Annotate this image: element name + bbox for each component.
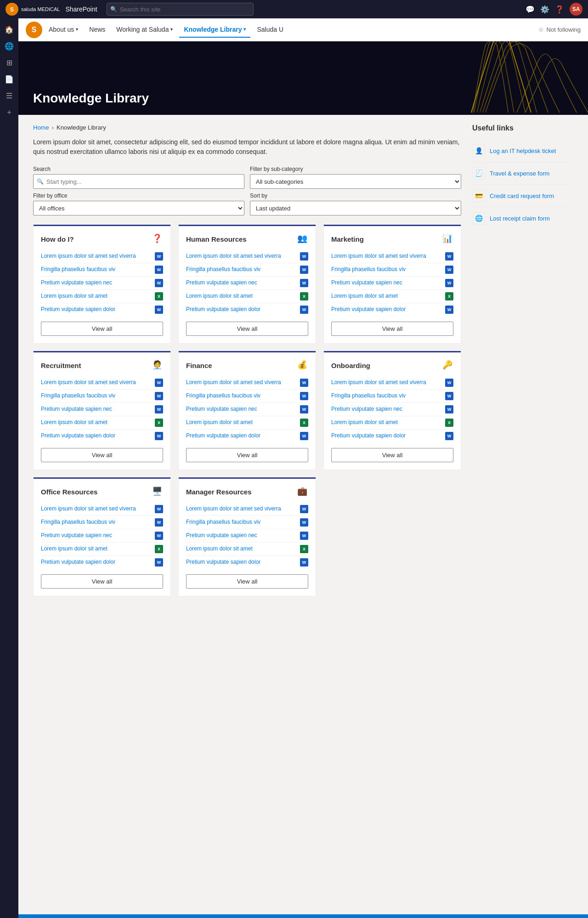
view-all-button[interactable]: View all [186, 574, 308, 589]
svg-text:S: S [10, 6, 14, 13]
doc-link[interactable]: Fringilla phasellus faucibus viv [41, 519, 155, 526]
category-title: Human Resources [186, 235, 247, 243]
view-all-button[interactable]: View all [331, 322, 453, 336]
nav-item-aboutus[interactable]: About us ▾ [44, 22, 83, 38]
doc-link[interactable]: Pretium vulputate sapien dolor [331, 306, 445, 313]
category-type-icon: 👥 [297, 233, 308, 244]
sidebar-home-icon[interactable]: 🏠 [2, 22, 17, 37]
word-doc-icon: W [300, 432, 308, 440]
doc-link[interactable]: Pretium vulputate sapien nec [331, 279, 445, 287]
doc-link[interactable]: Fringilla phasellus faucibus viv [186, 519, 300, 526]
sidebar-page-icon[interactable]: 📄 [2, 72, 17, 86]
hero-banner: Knowledge Library [18, 41, 588, 115]
doc-link[interactable]: Pretium vulputate sapien dolor [186, 432, 300, 440]
excel-doc-icon: X [155, 292, 163, 300]
doc-link[interactable]: Lorem ipsum dolor sit amet sed viverra [41, 505, 155, 513]
doc-item: Fringilla phasellus faucibus viv W [186, 516, 308, 529]
breadcrumb: Home › Knowledge Library [33, 124, 461, 131]
doc-link[interactable]: Lorem ipsum dolor sit amet sed viverra [186, 379, 300, 386]
doc-link[interactable]: Lorem ipsum dolor sit amet [41, 419, 155, 426]
doc-link[interactable]: Lorem ipsum dolor sit amet [186, 293, 300, 300]
doc-link[interactable]: Pretium vulputate sapien nec [186, 532, 300, 539]
useful-link-label: Lost receipt claim form [490, 215, 550, 222]
nav-item-saludau[interactable]: Saluda U [252, 22, 288, 38]
doc-item: Lorem ipsum dolor sit amet sed viverra W [41, 376, 163, 390]
logo-text: saluda MEDICAL [21, 6, 60, 12]
doc-item: Pretium vulputate sapien nec W [41, 529, 163, 543]
doc-link[interactable]: Pretium vulputate sapien dolor [41, 559, 155, 566]
useful-link-item[interactable]: 💳 Credit card request form [472, 185, 573, 207]
doc-link[interactable]: Pretium vulputate sapien nec [41, 279, 155, 287]
avatar[interactable]: SA [570, 3, 582, 16]
category-card: Office Resources 🖥️ Lorem ipsum dolor si… [33, 477, 171, 596]
doc-link[interactable]: Pretium vulputate sapien nec [331, 406, 445, 413]
help-icon[interactable]: ❓ [555, 5, 564, 14]
view-all-button[interactable]: View all [41, 322, 163, 336]
word-doc-icon: W [445, 379, 453, 387]
doc-link[interactable]: Pretium vulputate sapien dolor [331, 432, 445, 440]
subcategory-select[interactable]: All sub-categories [250, 174, 461, 189]
breadcrumb-home-link[interactable]: Home [33, 124, 49, 131]
doc-link[interactable]: Pretium vulputate sapien nec [186, 279, 300, 287]
doc-link[interactable]: Pretium vulputate sapien nec [41, 532, 155, 539]
sidebar-apps-icon[interactable]: ⊞ [2, 55, 17, 70]
view-all-button[interactable]: View all [41, 448, 163, 462]
doc-link[interactable]: Fringilla phasellus faucibus viv [331, 266, 445, 273]
doc-link[interactable]: Pretium vulputate sapien dolor [41, 432, 155, 440]
doc-item: Lorem ipsum dolor sit amet sed viverra W [41, 250, 163, 263]
doc-link[interactable]: Lorem ipsum dolor sit amet [186, 419, 300, 426]
doc-item: Lorem ipsum dolor sit amet sed viverra W [186, 376, 308, 390]
doc-link[interactable]: Pretium vulputate sapien dolor [186, 559, 300, 566]
useful-link-label: Travel & expense form [490, 170, 549, 177]
view-all-button[interactable]: View all [331, 448, 453, 462]
search-input[interactable] [107, 3, 254, 16]
word-doc-icon: W [445, 306, 453, 314]
chat-icon[interactable]: 💬 [526, 5, 535, 14]
doc-link[interactable]: Fringilla phasellus faucibus viv [186, 266, 300, 273]
doc-link[interactable]: Pretium vulputate sapien nec [41, 406, 155, 413]
useful-link-item[interactable]: 🧾 Travel & expense form [472, 162, 573, 185]
doc-link[interactable]: Lorem ipsum dolor sit amet [186, 545, 300, 553]
doc-link[interactable]: Fringilla phasellus faucibus viv [331, 392, 445, 400]
excel-doc-icon: X [300, 292, 308, 300]
word-doc-icon: W [155, 405, 163, 414]
useful-link-item[interactable]: 🌐 Lost receipt claim form [472, 207, 573, 229]
search-field[interactable] [33, 174, 244, 189]
doc-link[interactable]: Lorem ipsum dolor sit amet sed viverra [41, 253, 155, 260]
word-doc-icon: W [445, 405, 453, 414]
doc-link[interactable]: Pretium vulputate sapien dolor [41, 306, 155, 313]
nav-item-news[interactable]: News [85, 22, 110, 38]
sidebar-list-icon[interactable]: ☰ [2, 88, 17, 103]
sortby-select[interactable]: Last updated [250, 201, 461, 215]
nav-item-knowledge[interactable]: Knowledge Library ▾ [179, 22, 250, 38]
doc-link[interactable]: Lorem ipsum dolor sit amet [331, 293, 445, 300]
page-sidebar: Useful links 👤 Log an IT helpdesk ticket… [472, 124, 573, 905]
doc-link[interactable]: Fringilla phasellus faucibus viv [41, 266, 155, 273]
doc-link[interactable]: Lorem ipsum dolor sit amet [41, 545, 155, 553]
doc-link[interactable]: Lorem ipsum dolor sit amet sed viverra [331, 253, 445, 260]
sidebar-globe-icon[interactable]: 🌐 [2, 39, 17, 53]
follow-button[interactable]: ☆ Not following [538, 26, 581, 33]
view-all-button[interactable]: View all [41, 574, 163, 589]
view-all-button[interactable]: View all [186, 322, 308, 336]
doc-link[interactable]: Fringilla phasellus faucibus viv [186, 392, 300, 400]
nav-item-working[interactable]: Working at Saluda ▾ [112, 22, 177, 38]
word-doc-icon: W [300, 505, 308, 513]
useful-link-item[interactable]: 👤 Log an IT helpdesk ticket [472, 140, 573, 162]
doc-link[interactable]: Lorem ipsum dolor sit amet sed viverra [186, 253, 300, 260]
doc-link[interactable]: Fringilla phasellus faucibus viv [41, 392, 155, 400]
office-select[interactable]: All offices [33, 201, 244, 215]
doc-link[interactable]: Pretium vulputate sapien nec [186, 406, 300, 413]
doc-link[interactable]: Lorem ipsum dolor sit amet [331, 419, 445, 426]
doc-link[interactable]: Pretium vulputate sapien dolor [186, 306, 300, 313]
view-all-button[interactable]: View all [186, 448, 308, 462]
doc-link[interactable]: Lorem ipsum dolor sit amet [41, 293, 155, 300]
sidebar-add-icon[interactable]: ＋ [2, 105, 17, 119]
doc-item: Lorem ipsum dolor sit amet X [331, 290, 453, 303]
word-doc-icon: W [155, 432, 163, 440]
doc-link[interactable]: Lorem ipsum dolor sit amet sed viverra [41, 379, 155, 386]
settings-icon[interactable]: ⚙️ [540, 5, 549, 14]
doc-link[interactable]: Lorem ipsum dolor sit amet sed viverra [331, 379, 445, 386]
sortby-filter-group: Sort by Last updated [250, 193, 461, 215]
doc-link[interactable]: Lorem ipsum dolor sit amet sed viverra [186, 505, 300, 513]
